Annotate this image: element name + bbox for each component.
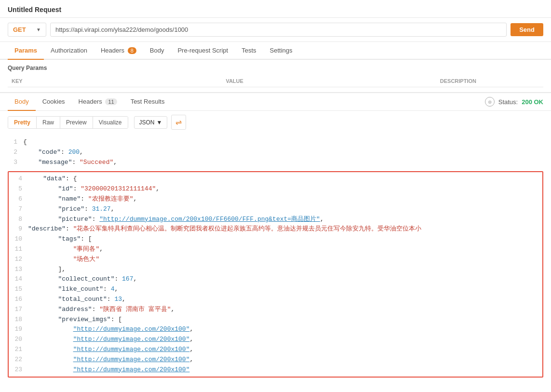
tab-params[interactable]: Params (8, 42, 44, 60)
json-line-18: 18 "preview_imgs": [ (13, 315, 538, 325)
json-line-1: 1 { (8, 137, 543, 148)
request-tabs: Params Authorization Headers 8 Body Pre-… (0, 42, 551, 60)
highlight-region: 4 "data": { 5 "id": "320000201312111144"… (8, 171, 543, 378)
json-line-2: 2 "code": 200, (8, 148, 543, 158)
format-raw-button[interactable]: Raw (37, 117, 60, 128)
status-indicator: ⊕ Status: 200 OK (485, 97, 543, 107)
json-line-4: 4 "data": { (13, 174, 538, 184)
response-tabs: Body Cookies Headers 11 Test Results ⊕ S… (0, 93, 551, 111)
params-table: KEY VALUE DESCRIPTION (8, 75, 543, 87)
json-line-21: 21 "http://dummyimage.com/200x100", (13, 345, 538, 355)
chevron-down-icon: ▼ (36, 27, 41, 32)
globe-icon: ⊕ (485, 97, 495, 107)
resp-tab-headers[interactable]: Headers 11 (72, 93, 124, 111)
json-line-3: 3 "message": "Succeed", (8, 158, 543, 168)
json-line-11: 11 "事间各", (13, 244, 538, 255)
tab-settings[interactable]: Settings (263, 42, 299, 60)
tab-headers[interactable]: Headers 8 (94, 42, 143, 60)
json-line-5: 5 "id": "320000201312111144", (13, 184, 538, 194)
json-line-12: 12 "场色大" (13, 255, 538, 265)
json-line-14: 14 "collect_count": 167, (13, 274, 538, 284)
url-input[interactable] (50, 23, 507, 37)
method-dropdown[interactable]: GET ▼ (8, 23, 46, 37)
json-line-8: 8 "picture": "http://dummyimage.com/200x… (13, 215, 538, 225)
chevron-down-icon: ▼ (157, 119, 162, 126)
json-line-20: 20 "http://dummyimage.com/200x100", (13, 335, 538, 345)
json-line-23: 23 "http://dummyimage.com/200x100" (13, 365, 538, 375)
json-line-10: 10 "tags": [ (13, 234, 538, 244)
status-label: Status: (498, 98, 518, 106)
tab-tests[interactable]: Tests (235, 42, 263, 60)
json-body-highlighted: 4 "data": { 5 "id": "320000201312111144"… (9, 172, 542, 377)
tab-authorization[interactable]: Authorization (44, 42, 94, 60)
resp-tab-test-results[interactable]: Test Results (124, 93, 172, 111)
url-bar: GET ▼ Send (0, 18, 551, 42)
format-visualize-button[interactable]: Visualize (93, 117, 128, 128)
title-bar: Untitled Request (0, 0, 551, 18)
query-params-section: Query Params KEY VALUE DESCRIPTION (0, 60, 551, 92)
json-line-16: 16 "total_count": 13, (13, 295, 538, 305)
json-line-6: 6 "name": "农报教连非要", (13, 194, 538, 204)
tab-body[interactable]: Body (143, 42, 171, 60)
page-title: Untitled Request (8, 6, 543, 14)
json-line-22: 22 "http://dummyimage.com/200x100", (13, 355, 538, 365)
wrap-icon: ⇌ (175, 118, 182, 126)
format-pretty-button[interactable]: Pretty (8, 117, 37, 128)
status-code: 200 OK (522, 98, 543, 106)
json-body-pre-highlight: 1 { 2 "code": 200, 3 "message": "Succeed… (0, 134, 551, 171)
json-line-13: 13 ], (13, 265, 538, 275)
query-params-title: Query Params (8, 65, 543, 71)
wrap-button[interactable]: ⇌ (171, 115, 186, 130)
send-button[interactable]: Send (511, 23, 543, 36)
tab-pre-request[interactable]: Pre-request Script (171, 42, 235, 60)
json-line-15: 15 "like_count": 4, (13, 284, 538, 295)
json-format-dropdown[interactable]: JSON ▼ (134, 116, 168, 129)
resp-headers-badge: 11 (105, 98, 117, 105)
headers-badge: 8 (128, 47, 136, 54)
json-line-9: 9 "describe": "花条公军集特具利查间心相心温。制断究团我者权位进起… (13, 224, 538, 234)
format-preview-button[interactable]: Preview (60, 117, 93, 128)
method-label: GET (13, 26, 26, 33)
col-value-header: VALUE (222, 75, 436, 87)
json-line-19: 19 "http://dummyimage.com/200x100", (13, 324, 538, 335)
col-desc-header: DESCRIPTION (436, 75, 543, 87)
json-line-17: 17 "address": "陕西省 渭南市 富平县", (13, 305, 538, 315)
json-line-7: 7 "price": 31.27, (13, 204, 538, 215)
response-toolbar: Pretty Raw Preview Visualize JSON ▼ ⇌ (0, 111, 551, 134)
col-key-header: KEY (8, 75, 222, 87)
format-group: Pretty Raw Preview Visualize (8, 116, 128, 129)
app-container: Untitled Request GET ▼ Send Params Autho… (0, 0, 551, 392)
resp-tab-cookies[interactable]: Cookies (36, 93, 72, 111)
resp-tab-body[interactable]: Body (8, 93, 36, 111)
json-label: JSON (139, 119, 155, 126)
response-section: Body Cookies Headers 11 Test Results ⊕ S… (0, 93, 551, 378)
